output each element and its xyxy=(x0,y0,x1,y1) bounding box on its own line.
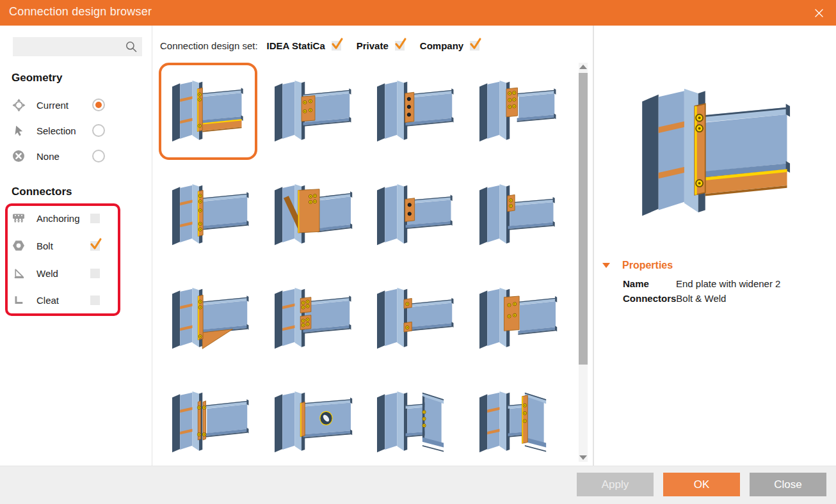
connection-illustration xyxy=(367,67,458,156)
property-row: Connectors Bolt & Weld xyxy=(623,293,726,304)
connection-illustration xyxy=(265,170,356,260)
checkbox-cleat[interactable] xyxy=(90,295,100,305)
thumbnail-end-plate-strips[interactable] xyxy=(159,374,257,471)
checkbox-weld[interactable] xyxy=(90,269,100,278)
scrollbar xyxy=(579,63,588,462)
connection-illustration xyxy=(163,170,253,260)
connection-illustration xyxy=(163,274,253,363)
thumbnail-top-bottom-plates[interactable] xyxy=(364,270,462,367)
thumbnail-pane: Connection design set: IDEA StatiCa Priv… xyxy=(152,26,593,466)
thumbnail-fin-plate-small[interactable] xyxy=(466,166,565,264)
scroll-down-icon[interactable] xyxy=(579,455,587,460)
scrollbar-thumb[interactable] xyxy=(579,73,588,365)
thumbnail-triangular-haunch[interactable] xyxy=(159,270,257,367)
geometry-option-label: Current xyxy=(36,100,68,111)
connection-illustration xyxy=(265,377,356,467)
design-set-company[interactable]: Company xyxy=(420,40,479,51)
footer-bar: Apply OK Close xyxy=(0,466,836,504)
geometry-option-label: None xyxy=(36,151,60,162)
connection-illustration xyxy=(470,377,561,467)
connector-option-bolt[interactable]: Bolt xyxy=(12,233,140,258)
connection-design-browser-dialog: Connection design browser Geometry Curre… xyxy=(0,0,836,504)
property-label: Name xyxy=(623,278,676,289)
thumbnail-bolted-flange-plate[interactable] xyxy=(261,63,360,160)
search-input[interactable] xyxy=(18,38,120,55)
connection-illustration xyxy=(265,67,356,156)
dialog-title: Connection design browser xyxy=(9,5,152,19)
property-label: Connectors xyxy=(623,293,676,304)
circle-cross-icon xyxy=(12,149,26,163)
thumbnail-wide-end-plate[interactable] xyxy=(466,270,565,367)
apply-button[interactable]: Apply xyxy=(577,473,654,496)
geometry-option-none[interactable]: None xyxy=(12,143,140,169)
connection-illustration xyxy=(470,170,561,260)
geometry-option-label: Selection xyxy=(36,125,76,136)
bolt-icon xyxy=(12,239,26,253)
radio-none[interactable] xyxy=(92,150,105,162)
properties-title: Properties xyxy=(622,260,673,271)
thumbnail-end-plate-6-bolts[interactable] xyxy=(466,63,565,160)
checkbox-company[interactable] xyxy=(470,41,479,51)
thumbnail-grid xyxy=(159,63,565,471)
connection-illustration xyxy=(367,377,458,467)
connector-option-label: Anchoring xyxy=(36,213,80,224)
design-set-idea-statica[interactable]: IDEA StatiCa xyxy=(267,40,341,51)
close-button[interactable]: Close xyxy=(750,473,826,496)
thumbnail-end-plate-with-widener[interactable] xyxy=(159,63,257,160)
connection-illustration xyxy=(265,274,356,363)
radio-selection[interactable] xyxy=(92,124,105,137)
cleat-icon xyxy=(12,293,26,307)
checkbox-idea-statica[interactable] xyxy=(332,41,341,51)
anchoring-icon xyxy=(12,211,26,225)
scroll-up-icon[interactable] xyxy=(579,65,587,69)
search-box xyxy=(13,37,142,56)
connection-illustration xyxy=(163,67,253,156)
connector-option-label: Weld xyxy=(36,268,58,279)
sidebar: Geometry Current Selection None Connecto… xyxy=(0,26,152,466)
connectors-heading: Connectors xyxy=(12,185,72,198)
thumbnail-beam-to-beam-bolted[interactable] xyxy=(364,374,462,471)
checkbox-anchoring[interactable] xyxy=(90,214,100,223)
thumbnail-web-opening[interactable] xyxy=(261,374,360,471)
connection-illustration xyxy=(163,377,253,467)
thumbnail-extended-end-plate[interactable] xyxy=(159,166,257,264)
thumbnail-fin-plate-2-bolts[interactable] xyxy=(364,166,462,264)
design-set-label: Connection design set: xyxy=(160,40,258,51)
detail-pane: Properties Name End plate with widener 2… xyxy=(594,26,836,466)
connection-illustration xyxy=(367,274,458,363)
thumbnail-haunch-plate-diagonal[interactable] xyxy=(261,166,360,264)
cursor-icon xyxy=(12,123,26,138)
properties-header[interactable]: Properties xyxy=(602,260,673,271)
title-bar: Connection design browser xyxy=(0,0,836,26)
weld-icon xyxy=(12,266,26,280)
connector-option-label: Bolt xyxy=(36,240,53,251)
thumbnail-beam-to-beam-end-plate[interactable] xyxy=(466,374,565,471)
connector-option-anchoring[interactable]: Anchoring xyxy=(12,205,140,231)
ok-button[interactable]: OK xyxy=(663,473,740,496)
connection-illustration xyxy=(367,170,458,260)
design-set-row: Connection design set: IDEA StatiCa Priv… xyxy=(160,37,495,54)
close-icon[interactable] xyxy=(809,5,828,20)
connector-option-cleat[interactable]: Cleat xyxy=(12,287,140,313)
connector-option-label: Cleat xyxy=(36,295,59,306)
property-row: Name End plate with widener 2 xyxy=(623,278,780,289)
connection-illustration xyxy=(470,274,561,363)
target-icon xyxy=(12,98,26,112)
geometry-heading: Geometry xyxy=(12,72,62,84)
property-value: Bolt & Weld xyxy=(676,293,726,304)
design-set-private[interactable]: Private xyxy=(357,40,405,51)
checkbox-bolt[interactable] xyxy=(90,241,100,251)
radio-current[interactable] xyxy=(92,98,105,111)
thumbnail-bolted-splice-plates[interactable] xyxy=(261,270,360,367)
connector-option-weld[interactable]: Weld xyxy=(12,260,140,286)
property-value: End plate with widener 2 xyxy=(676,278,780,289)
geometry-option-selection[interactable]: Selection xyxy=(12,118,140,143)
geometry-option-current[interactable]: Current xyxy=(12,92,140,118)
collapse-caret-icon[interactable] xyxy=(602,263,610,268)
connection-preview xyxy=(623,56,810,249)
checkbox-private[interactable] xyxy=(395,41,405,51)
thumbnail-fin-plate-3-bolts[interactable] xyxy=(364,63,462,160)
connection-illustration xyxy=(470,67,561,156)
search-icon xyxy=(125,40,138,53)
